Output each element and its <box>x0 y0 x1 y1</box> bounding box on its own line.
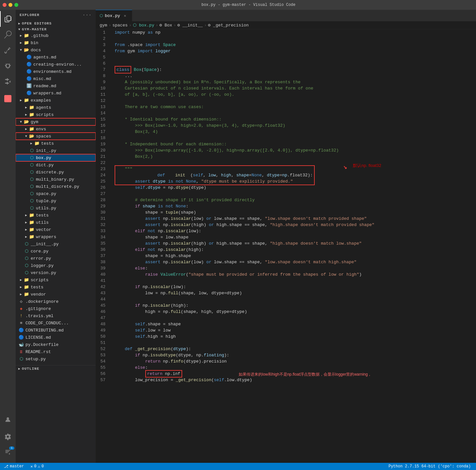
breadcrumb-gym[interactable]: gym <box>100 23 107 28</box>
tree-item-scripts-root[interactable]: ▶ 📁 scripts <box>16 276 96 284</box>
code-line-36: elif not np.isscalar(high): <box>115 247 476 253</box>
tab-box-py[interactable]: ⬡ box.py ✕ <box>96 10 132 21</box>
status-errors[interactable]: ✕ 0 ⚠ 0 <box>29 463 45 470</box>
tree-item-version-py[interactable]: ⬡ version.py <box>16 269 96 276</box>
tree-item-gym-init-py[interactable]: ⬡ __init__.py <box>16 240 96 248</box>
tree-item-box-py[interactable]: ⬡ box.py <box>16 154 96 161</box>
tree-item-wrappers[interactable]: ▶ 📁 wrappers <box>16 233 96 240</box>
breadcrumb-class[interactable]: ⚙ Box <box>159 23 172 28</box>
activity-debug[interactable] <box>0 58 16 74</box>
tree-item-bin[interactable]: ▶ 📁 bin <box>16 39 96 46</box>
code-line-19: * Independent bound for each dimension:: <box>115 141 476 147</box>
tree-item-agents[interactable]: ▶ 📁 agents <box>16 104 96 111</box>
sidebar-content: ▶ OPEN EDITORS ▼ GYM-MASTER ▶ 📁 .github <box>16 20 96 463</box>
tree-item-misc-md[interactable]: 🔵 misc.md <box>16 75 96 82</box>
tree-item-spaces[interactable]: ▼ 📂 spaces <box>16 133 96 140</box>
arrow-utils: ▶ <box>24 220 29 224</box>
file-icon-travis: ! <box>18 314 24 318</box>
tree-item-init-py[interactable]: ⬡ init_.py <box>16 147 96 154</box>
code-line-54: return np.finfo(dtype).precision <box>115 358 476 365</box>
activity-search[interactable] <box>0 27 16 42</box>
tree-item-gym[interactable]: ▼ 📂 gym <box>16 118 96 125</box>
git-icon: ⎇ <box>4 464 8 469</box>
tree-item-core-py[interactable]: ⬡ core.py <box>16 248 96 255</box>
status-git-branch[interactable]: ⎇ master <box>3 463 25 470</box>
tab-close-button[interactable]: ✕ <box>122 13 128 19</box>
folder-icon-github: 📁 <box>24 33 29 38</box>
code-line-56: return np.inf 如果传进来的low和high不是np.float浮点… <box>115 371 476 377</box>
tree-item-scripts[interactable]: ▶ 📁 scripts <box>16 111 96 118</box>
close-button[interactable] <box>3 3 7 7</box>
code-line-51 <box>115 340 476 346</box>
breadcrumb-spaces[interactable]: spaces <box>112 23 128 28</box>
tree-item-environments-md[interactable]: 🔵 environments.md <box>16 68 96 75</box>
label-gym-init-py: __init__.py <box>31 242 96 247</box>
tree-item-code-of-conduct[interactable]: ≡ CODE_OF_CONDUC... <box>16 319 96 327</box>
tree-item-utils[interactable]: ▶ 📁 utils <box>16 219 96 226</box>
tree-item-vector[interactable]: ▶ 📁 vector <box>16 226 96 233</box>
tree-item-gitignore[interactable]: ◈ .gitignore <box>16 305 96 312</box>
tree-item-discrete-py[interactable]: ⬡ discrete.py <box>16 169 96 176</box>
code-line-34: shape = low.shape <box>115 234 476 240</box>
arrow-github: ▶ <box>18 34 24 38</box>
tree-item-tests-root[interactable]: ▶ 📁 tests <box>16 284 96 291</box>
file-icon-license: 🔵 <box>18 335 24 340</box>
code-area[interactable]: import numpy as np from .space import Sp… <box>112 29 476 463</box>
section-gym-master[interactable]: ▼ GYM-MASTER <box>16 26 96 32</box>
tree-item-readme-rst[interactable]: ≣ README.rst <box>16 348 96 355</box>
minimize-button[interactable] <box>8 3 12 7</box>
tree-item-multi-binary-py[interactable]: ⬡ multi_binary.py <box>16 176 96 183</box>
tree-item-utils-py[interactable]: ⬡ utils.py <box>16 204 96 212</box>
window-controls[interactable] <box>3 3 18 7</box>
tree-item-envs[interactable]: ▶ 📁 envs <box>16 125 96 133</box>
more-actions-icon[interactable]: ··· <box>83 12 92 18</box>
activity-explorer[interactable] <box>0 11 16 27</box>
breadcrumb-get-precision[interactable]: ⚙ _get_precision <box>208 23 249 28</box>
activity-avatar[interactable] <box>0 412 16 428</box>
tree-item-tuple-py[interactable]: ⬡ tuple.py <box>16 197 96 204</box>
activity-settings[interactable] <box>0 429 16 445</box>
tree-item-wrappers-md[interactable]: 🔵 wrappers.md <box>16 89 96 97</box>
title-bar: box.py - gym-master - Visual Studio Code <box>0 0 476 10</box>
code-editor[interactable]: 1 2 3 4 5 6 7 8 9 10 11 12 13 14 <box>96 29 476 463</box>
activity-git[interactable] <box>0 42 16 58</box>
folder-icon-wrappers: 📁 <box>29 234 35 239</box>
activity-extensions[interactable] <box>0 74 16 89</box>
tree-item-dict-py[interactable]: ⬡ dict.py <box>16 161 96 169</box>
tree-item-agents-md[interactable]: 🔵 agents.md <box>16 54 96 61</box>
tree-item-error-py[interactable]: ⬡ error.py <box>16 255 96 262</box>
arrow-spaces: ▼ <box>24 135 29 138</box>
tree-item-travis-yml[interactable]: ! .travis.yml <box>16 312 96 319</box>
code-line-14 <box>115 110 476 116</box>
section-outline[interactable]: ▶ OUTLINE <box>16 365 96 372</box>
tree-item-space-py[interactable]: ⬡ space.py <box>16 190 96 197</box>
section-open-editors[interactable]: ▶ OPEN EDITORS <box>16 20 96 26</box>
tree-item-setup-py[interactable]: ⬡ setup.py <box>16 355 96 363</box>
tree-item-creating-environ[interactable]: 🔵 creating-environ... <box>16 61 96 68</box>
label-spaces-tests: tests <box>41 141 96 146</box>
tree-item-vendor[interactable]: ▶ 📁 vendor <box>16 291 96 298</box>
tree-item-dockerignore[interactable]: ◇ .dockerignore <box>16 298 96 305</box>
tree-item-logger-py[interactable]: ⬡ logger.py <box>16 262 96 269</box>
activity-pycharm[interactable] <box>0 91 16 106</box>
file-icon-discrete-py: ⬡ <box>29 170 35 175</box>
tree-item-spaces-tests[interactable]: ▶ 📁 tests <box>16 140 96 147</box>
arrow-bin: ▶ <box>18 41 24 45</box>
tree-item-readme-md[interactable]: ℹ️ readme.md <box>16 82 96 89</box>
folder-icon-gym: 📂 <box>24 119 29 124</box>
label-space-py: space.py <box>36 191 96 196</box>
breadcrumb-init[interactable]: ⚙ __init__ <box>177 23 203 28</box>
tree-item-multi-discrete-py[interactable]: ⬡ multi_discrete.py <box>16 183 96 190</box>
sidebar-actions[interactable]: ··· <box>83 12 92 18</box>
tree-item-dockerfile[interactable]: 🐋 py.Dockerfile <box>16 341 96 348</box>
tree-item-license[interactable]: 🔵 LICENSE.md <box>16 334 96 341</box>
maximize-button[interactable] <box>14 3 18 7</box>
tree-item-gym-tests[interactable]: ▶ 📁 tests <box>16 212 96 219</box>
tree-item-examples[interactable]: ▶ 📁 examples <box>16 97 96 104</box>
tree-item-github[interactable]: ▶ 📁 .github <box>16 32 96 39</box>
breadcrumb-file[interactable]: ⬡ box.py <box>133 23 154 28</box>
tree-item-docs[interactable]: ▼ 📂 docs <box>16 46 96 54</box>
tree-item-contributing[interactable]: 🔵 CONTRIBUTING.md <box>16 327 96 334</box>
status-python[interactable]: Python 2.7.15 64-bit ('cpo': conda) <box>387 463 472 470</box>
activity-notifications[interactable]: 1 <box>0 445 16 460</box>
